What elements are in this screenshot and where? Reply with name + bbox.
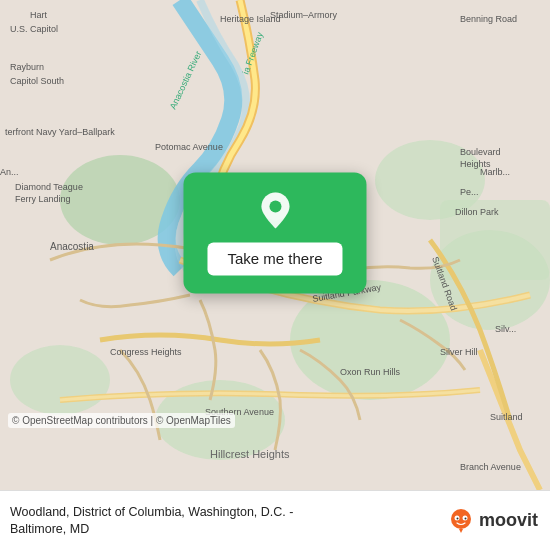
svg-text:Ferry Landing: Ferry Landing [15, 194, 71, 204]
svg-point-40 [451, 509, 471, 529]
svg-text:Diamond Teague: Diamond Teague [15, 182, 83, 192]
svg-text:Anacostia: Anacostia [50, 241, 94, 252]
location-text: Woodland, District of Columbia, Washingt… [10, 504, 447, 537]
svg-text:Silver Hill: Silver Hill [440, 347, 478, 357]
svg-text:Hart: Hart [30, 10, 48, 20]
svg-text:Benning Road: Benning Road [460, 14, 517, 24]
svg-text:Stadium–Armory: Stadium–Armory [270, 10, 338, 20]
svg-text:Marlb...: Marlb... [480, 167, 510, 177]
moovit-mascot-icon [447, 507, 475, 535]
map-attribution: © OpenStreetMap contributors | © OpenMap… [8, 413, 235, 428]
moovit-logo: moovit [447, 507, 538, 535]
svg-point-4 [10, 345, 110, 415]
svg-text:Capitol South: Capitol South [10, 76, 64, 86]
svg-text:Potomac Avenue: Potomac Avenue [155, 142, 223, 152]
svg-text:terfront  Navy Yard–Ballpark: terfront Navy Yard–Ballpark [5, 127, 115, 137]
map-container: Hart U.S. Capitol Rayburn Capitol South … [0, 0, 550, 490]
svg-text:Branch Avenue: Branch Avenue [460, 462, 521, 472]
svg-text:Pe...: Pe... [460, 187, 479, 197]
take-me-there-button[interactable]: Take me there [207, 242, 342, 275]
svg-text:Silv...: Silv... [495, 324, 516, 334]
svg-text:Oxon Run Hills: Oxon Run Hills [340, 367, 401, 377]
svg-text:An...: An... [0, 167, 19, 177]
svg-text:Suitland: Suitland [490, 412, 523, 422]
moovit-text: moovit [479, 510, 538, 531]
svg-point-39 [269, 200, 281, 212]
popup-card: Take me there [183, 172, 366, 293]
location-line2: Baltimore, MD [10, 522, 89, 536]
svg-point-44 [464, 517, 466, 519]
svg-point-43 [456, 517, 458, 519]
svg-text:Dillon Park: Dillon Park [455, 207, 499, 217]
bottom-bar: Woodland, District of Columbia, Washingt… [0, 490, 550, 550]
svg-text:Congress Heights: Congress Heights [110, 347, 182, 357]
svg-text:U.S. Capitol: U.S. Capitol [10, 24, 58, 34]
location-line1: Woodland, District of Columbia, Washingt… [10, 505, 293, 519]
svg-text:Hillcrest Heights: Hillcrest Heights [210, 448, 290, 460]
svg-text:Rayburn: Rayburn [10, 62, 44, 72]
svg-text:Boulevard: Boulevard [460, 147, 501, 157]
location-pin-icon [253, 188, 297, 232]
